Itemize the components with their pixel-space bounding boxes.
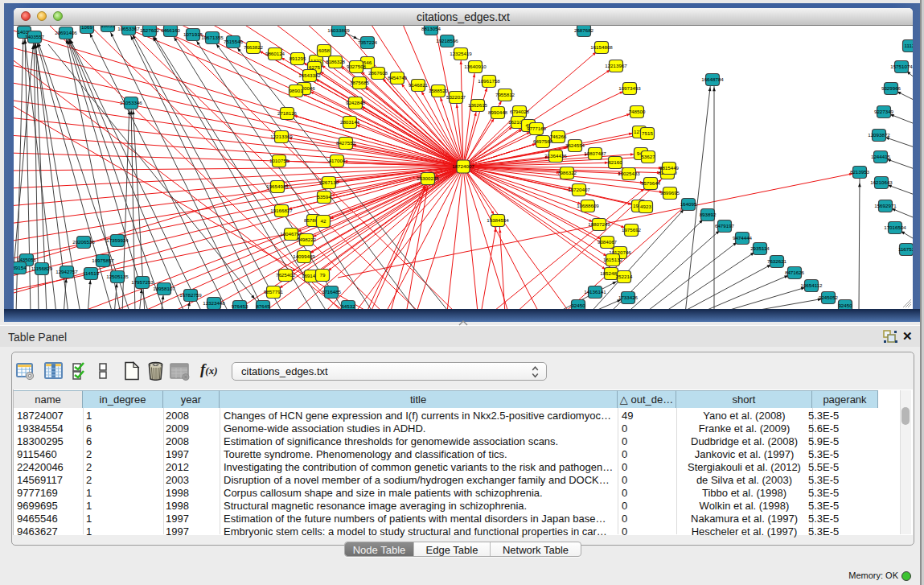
svg-text:17359924: 17359924 bbox=[106, 237, 129, 243]
svg-text:7357224: 7357224 bbox=[358, 39, 378, 45]
svg-text:1615132: 1615132 bbox=[603, 257, 623, 262]
svg-text:2803144: 2803144 bbox=[340, 119, 360, 125]
svg-text:1362615: 1362615 bbox=[468, 102, 488, 108]
svg-text:1069: 1069 bbox=[81, 26, 92, 30]
svg-text:8186328: 8186328 bbox=[326, 59, 346, 64]
svg-text:9857791: 9857791 bbox=[264, 289, 284, 295]
svg-text:1403557: 1403557 bbox=[25, 34, 45, 39]
svg-text:16543382: 16543382 bbox=[298, 72, 321, 78]
svg-text:10853: 10853 bbox=[101, 26, 115, 28]
svg-text:7515: 7515 bbox=[642, 130, 653, 136]
svg-text:8427552: 8427552 bbox=[336, 140, 356, 146]
svg-text:10958107: 10958107 bbox=[153, 286, 175, 291]
svg-text:12323448: 12323448 bbox=[203, 300, 225, 306]
svg-text:976453: 976453 bbox=[232, 303, 248, 309]
svg-text:92450: 92450 bbox=[571, 303, 585, 308]
svg-text:10961758: 10961758 bbox=[478, 78, 500, 84]
svg-text:10973493: 10973493 bbox=[618, 85, 641, 91]
svg-text:3624554: 3624554 bbox=[565, 142, 585, 148]
svg-text:53594: 53594 bbox=[317, 194, 331, 200]
svg-text:12325419: 12325419 bbox=[450, 51, 472, 56]
svg-text:7625402: 7625402 bbox=[276, 272, 296, 278]
svg-text:1975692: 1975692 bbox=[622, 227, 642, 233]
svg-text:12213369: 12213369 bbox=[270, 134, 293, 139]
svg-text:7632621: 7632621 bbox=[767, 258, 787, 264]
svg-text:13640910: 13640910 bbox=[464, 64, 487, 69]
svg-text:9815449: 9815449 bbox=[659, 165, 680, 171]
svg-text:1112: 1112 bbox=[905, 43, 913, 48]
svg-text:14099489: 14099489 bbox=[293, 253, 315, 259]
svg-text:16033809: 16033809 bbox=[327, 27, 350, 33]
svg-text:8454749: 8454749 bbox=[388, 75, 408, 80]
svg-text:1588520: 1588520 bbox=[429, 88, 449, 93]
svg-text:9579644: 9579644 bbox=[641, 180, 661, 186]
svg-text:1244415: 1244415 bbox=[871, 154, 891, 159]
svg-text:20691406: 20691406 bbox=[55, 30, 77, 35]
svg-text:11156829: 11156829 bbox=[31, 266, 53, 271]
svg-text:9860124: 9860124 bbox=[265, 51, 285, 56]
svg-text:12505135: 12505135 bbox=[106, 274, 129, 279]
svg-text:4923: 4923 bbox=[640, 204, 651, 209]
svg-text:9227349: 9227349 bbox=[874, 109, 894, 114]
svg-text:79: 79 bbox=[320, 272, 326, 278]
svg-text:8471626: 8471626 bbox=[785, 270, 805, 275]
svg-text:18724007: 18724007 bbox=[452, 163, 474, 169]
svg-text:21364436: 21364436 bbox=[544, 153, 567, 159]
svg-text:6794028: 6794028 bbox=[510, 109, 530, 114]
svg-text:7986322: 7986322 bbox=[557, 170, 577, 175]
svg-text:893892: 893892 bbox=[700, 212, 717, 217]
svg-text:20206536: 20206536 bbox=[72, 239, 95, 245]
svg-text:9242848: 9242848 bbox=[346, 100, 366, 105]
svg-text:10807487: 10807487 bbox=[584, 150, 606, 156]
svg-text:1071915: 1071915 bbox=[183, 31, 203, 37]
svg-text:5322037: 5322037 bbox=[446, 94, 466, 100]
svg-text:12093872: 12093872 bbox=[868, 132, 890, 138]
svg-text:9245052: 9245052 bbox=[819, 295, 839, 300]
svg-text:12942757: 12942757 bbox=[55, 269, 78, 274]
svg-text:7515546: 7515546 bbox=[224, 39, 244, 44]
svg-text:10025433: 10025433 bbox=[618, 171, 640, 176]
svg-text:10653367: 10653367 bbox=[117, 26, 140, 31]
svg-text:87645: 87645 bbox=[256, 303, 270, 309]
svg-text:62160: 62160 bbox=[608, 159, 622, 165]
svg-text:16782759: 16782759 bbox=[179, 292, 202, 298]
svg-text:1527602: 1527602 bbox=[140, 27, 160, 33]
svg-text:114519: 114519 bbox=[83, 270, 100, 276]
svg-text:15751074: 15751074 bbox=[890, 64, 913, 69]
svg-text:2718126: 2718126 bbox=[277, 110, 298, 116]
svg-text:64532: 64532 bbox=[341, 303, 355, 309]
svg-text:417004: 417004 bbox=[329, 158, 346, 163]
svg-text:8813054: 8813054 bbox=[421, 26, 441, 31]
svg-text:9474444: 9474444 bbox=[733, 235, 753, 241]
svg-text:7663822: 7663822 bbox=[244, 44, 264, 50]
svg-text:10688609: 10688609 bbox=[577, 203, 599, 208]
svg-text:42: 42 bbox=[321, 218, 326, 224]
svg-text:92450: 92450 bbox=[838, 303, 852, 308]
svg-text:3267130: 3267130 bbox=[319, 179, 339, 185]
svg-text:9899695: 9899695 bbox=[660, 190, 680, 196]
svg-text:10654112: 10654112 bbox=[800, 282, 823, 288]
svg-text:19384554: 19384554 bbox=[487, 217, 509, 223]
svg-text:19166827: 19166827 bbox=[270, 208, 293, 213]
svg-text:25300235: 25300235 bbox=[417, 175, 439, 181]
svg-text:3498222: 3498222 bbox=[297, 237, 317, 242]
svg-text:16648784: 16648784 bbox=[701, 76, 724, 82]
svg-text:6058: 6058 bbox=[318, 47, 330, 53]
svg-text:116753: 116753 bbox=[898, 246, 913, 252]
svg-text:6479197: 6479197 bbox=[715, 223, 735, 229]
svg-text:17957253: 17957253 bbox=[131, 279, 154, 285]
svg-text:7955812: 7955812 bbox=[495, 92, 515, 97]
svg-text:2867608: 2867608 bbox=[368, 70, 388, 76]
svg-text:9327508: 9327508 bbox=[347, 64, 367, 69]
svg-text:98901: 98901 bbox=[289, 88, 303, 93]
svg-text:9084067: 9084067 bbox=[598, 239, 618, 245]
svg-text:14136141: 14136141 bbox=[584, 289, 606, 295]
svg-text:15692971: 15692971 bbox=[874, 203, 897, 208]
svg-text:15720407: 15720407 bbox=[568, 187, 590, 192]
svg-text:12213967: 12213967 bbox=[605, 63, 627, 68]
svg-text:2687682: 2687682 bbox=[574, 27, 594, 33]
svg-text:39154: 39154 bbox=[14, 265, 27, 270]
svg-text:18807249: 18807249 bbox=[588, 221, 610, 227]
svg-text:10671355: 10671355 bbox=[201, 35, 224, 40]
svg-text:252214: 252214 bbox=[616, 274, 633, 279]
